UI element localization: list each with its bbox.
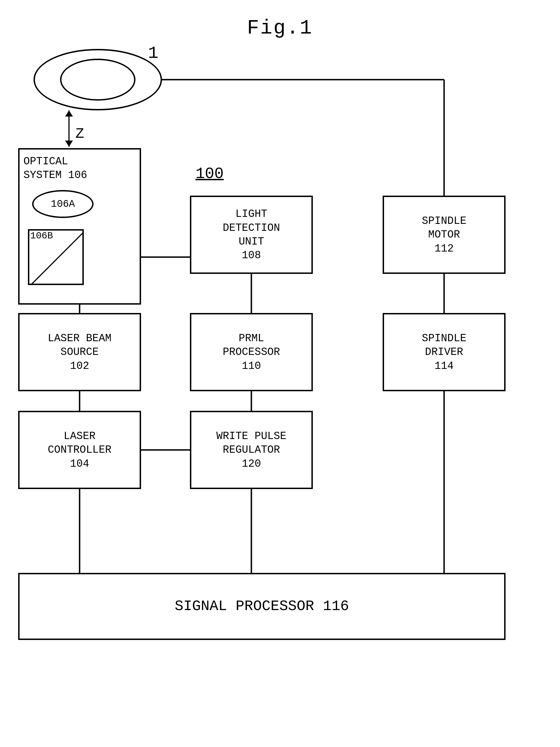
diagram-page: Fig.1 1 Z 100 bbox=[0, 0, 560, 747]
light-detection-label: LIGHTDETECTIONUNIT108 bbox=[222, 207, 280, 262]
ellipse-106a-label: 106A bbox=[51, 199, 75, 210]
prml-processor-number: 110 bbox=[242, 360, 261, 372]
signal-processor-number: 116 bbox=[323, 598, 349, 615]
optical-disc bbox=[33, 49, 162, 110]
prml-processor-box: PRMLPROCESSOR110 bbox=[190, 313, 313, 391]
disc-inner-ring bbox=[60, 59, 135, 101]
optical-system-label: OPTICALSYSTEM 106 bbox=[20, 155, 140, 182]
signal-processor-text: SIGNAL PROCESSOR bbox=[175, 598, 314, 615]
spindle-motor-number: 112 bbox=[434, 242, 454, 255]
spindle-driver-label: SPINDLEDRIVER114 bbox=[422, 331, 466, 373]
z-label: Z bbox=[75, 126, 84, 142]
spindle-driver-box: SPINDLEDRIVER114 bbox=[383, 313, 506, 391]
laser-controller-number: 104 bbox=[70, 458, 89, 470]
label-106b: 106B bbox=[30, 231, 53, 241]
z-arrow bbox=[69, 110, 70, 147]
write-pulse-box: WRITE PULSEREGULATOR120 bbox=[190, 411, 313, 489]
spindle-motor-label: SPINDLEMOTOR112 bbox=[422, 214, 466, 255]
light-detection-number: 108 bbox=[242, 249, 261, 261]
signal-processor-box: SIGNAL PROCESSOR 116 bbox=[18, 573, 506, 640]
figure-title: Fig.1 bbox=[247, 17, 313, 40]
write-pulse-number: 120 bbox=[242, 458, 261, 470]
optical-system-number: 106 bbox=[68, 169, 87, 181]
ellipse-106a: 106A bbox=[32, 190, 94, 218]
disc-label: 1 bbox=[148, 43, 158, 63]
signal-processor-label: SIGNAL PROCESSOR 116 bbox=[175, 597, 349, 616]
spindle-motor-box: SPINDLEMOTOR112 bbox=[383, 196, 506, 274]
laser-controller-label: LASERCONTROLLER104 bbox=[48, 429, 111, 471]
prml-processor-label: PRMLPROCESSOR110 bbox=[222, 331, 280, 373]
laser-beam-source-number: 102 bbox=[70, 360, 89, 372]
write-pulse-label: WRITE PULSEREGULATOR120 bbox=[216, 429, 287, 471]
laser-beam-source-box: LASER BEAMSOURCE102 bbox=[18, 313, 141, 391]
laser-beam-source-label: LASER BEAMSOURCE102 bbox=[48, 331, 111, 373]
light-detection-box: LIGHTDETECTIONUNIT108 bbox=[190, 196, 313, 274]
spindle-driver-number: 114 bbox=[434, 360, 454, 372]
laser-controller-box: LASERCONTROLLER104 bbox=[18, 411, 141, 489]
system-label: 100 bbox=[195, 165, 224, 183]
